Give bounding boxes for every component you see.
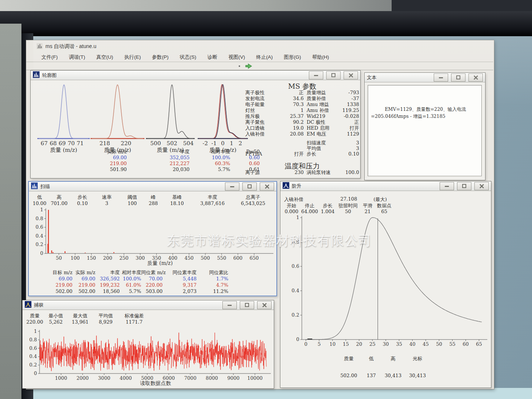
col-header: 丰度 bbox=[95, 270, 120, 276]
svg-text:50: 50 bbox=[436, 341, 442, 347]
ion-source-row: 离子源 230 涡轮泵转速 100.0 bbox=[245, 170, 359, 175]
close-button[interactable] bbox=[257, 301, 272, 309]
table-cell: 212,227 bbox=[127, 161, 190, 167]
svg-text:35: 35 bbox=[396, 341, 402, 347]
maximize-button[interactable] bbox=[457, 182, 471, 190]
param-label: DC 极性 bbox=[304, 119, 338, 125]
param-label: 推斥极 bbox=[245, 113, 287, 119]
capture-titlebar[interactable]: 捕获 bbox=[23, 300, 274, 310]
svg-text:0.6: 0.6 bbox=[291, 263, 299, 269]
col-header: 同位素 m/z bbox=[141, 270, 163, 276]
col-header: 阈值 bbox=[119, 194, 146, 201]
svg-text:1: 1 bbox=[230, 140, 233, 147]
table-cell: 100.0% bbox=[120, 276, 141, 282]
minimize-button[interactable] bbox=[440, 182, 454, 190]
col-header: 光标 bbox=[405, 356, 430, 363]
svg-text:50: 50 bbox=[56, 255, 62, 261]
param-value: 25.37 bbox=[287, 113, 304, 119]
stat-value: 701.00 bbox=[48, 201, 70, 207]
param-value: 19.0 bbox=[287, 125, 304, 131]
col-header: 数据点 bbox=[375, 203, 393, 209]
param-value: 1 bbox=[287, 108, 304, 113]
table-cell: 61.0% bbox=[120, 282, 141, 289]
col-header: 实际 m/z bbox=[86, 149, 127, 155]
stat-value: 137 bbox=[362, 373, 381, 380]
svg-text:200: 200 bbox=[103, 255, 112, 261]
svg-text:0.8: 0.8 bbox=[35, 216, 43, 221]
col-header: 实际 m/z bbox=[72, 270, 95, 276]
col-header: 相对丰度 bbox=[120, 270, 141, 276]
monitor-bezel-top bbox=[0, 11, 532, 37]
window-buttons bbox=[222, 301, 272, 309]
svg-text:40: 40 bbox=[409, 341, 416, 347]
svg-text:71: 71 bbox=[77, 140, 84, 147]
svg-text:0.4: 0.4 bbox=[35, 233, 43, 239]
table-cell: 219.00 bbox=[72, 282, 95, 289]
col-header: 相对丰度 bbox=[190, 149, 230, 155]
param-value bbox=[287, 140, 304, 146]
param-label bbox=[245, 146, 287, 151]
table-cell: 20,030 bbox=[127, 167, 190, 173]
scan-titlebar[interactable]: 扫描 bbox=[29, 182, 276, 191]
param-value: 119.25 bbox=[338, 108, 359, 113]
col-header: 基峰 bbox=[161, 194, 193, 201]
svg-text:7000: 7000 bbox=[184, 375, 197, 381]
param-value: 正 bbox=[338, 119, 359, 125]
ramp-param-value: 27.108 bbox=[336, 196, 362, 202]
param-value: 0.000 bbox=[283, 209, 300, 215]
table-cell: 11.2% bbox=[197, 289, 228, 295]
table-cell: 503.00 bbox=[141, 289, 163, 295]
svg-text:1: 1 bbox=[296, 215, 299, 220]
param-label: Amu 补偿 bbox=[304, 108, 338, 113]
col-header: 步长 bbox=[320, 203, 336, 209]
col-header: 最小值 bbox=[44, 313, 68, 319]
col-header: 平均值 bbox=[93, 313, 119, 319]
table-cell: 69.00 bbox=[42, 276, 72, 282]
svg-text:550: 550 bbox=[217, 255, 226, 261]
window-title: 捕获 bbox=[34, 302, 44, 308]
svg-text:504: 504 bbox=[183, 140, 194, 147]
table-cell: 502.00 bbox=[42, 289, 72, 295]
col-header: 低 bbox=[362, 356, 381, 363]
svg-text:65: 65 bbox=[476, 341, 482, 347]
minimize-button[interactable] bbox=[225, 183, 239, 191]
col-header: 步长 bbox=[70, 194, 95, 201]
table-cell: 326,592 bbox=[95, 276, 120, 282]
ramp-param-label: 入镜补偿 bbox=[284, 196, 303, 203]
svg-text:0.2: 0.2 bbox=[35, 242, 43, 247]
stat-value: 3,887,616 bbox=[193, 201, 232, 207]
svg-text:220: 220 bbox=[121, 140, 132, 147]
svg-text:2000: 2000 bbox=[76, 375, 89, 381]
table-cell: 70.00 bbox=[141, 276, 163, 282]
table-cell: 199,232 bbox=[95, 282, 120, 289]
param-label: Wid219 bbox=[304, 113, 338, 119]
svg-text:10000: 10000 bbox=[247, 375, 262, 381]
table-cell: 2,073 bbox=[163, 289, 197, 295]
param-value: 20.08 bbox=[287, 131, 304, 137]
window-buttons bbox=[225, 183, 274, 191]
maximize-button[interactable] bbox=[242, 183, 257, 191]
close-button[interactable] bbox=[260, 183, 274, 191]
close-button[interactable] bbox=[474, 182, 489, 190]
svg-text:150: 150 bbox=[87, 255, 96, 261]
scan-settings-table: 扫描速度3 平均值3 PFTBA打开步长0.10 bbox=[245, 140, 359, 157]
maximize-button[interactable] bbox=[240, 301, 254, 309]
param-value: 65 bbox=[375, 209, 393, 215]
svg-text:1: 1 bbox=[34, 329, 37, 334]
svg-text:500: 500 bbox=[150, 140, 161, 147]
svg-text:500: 500 bbox=[201, 255, 210, 261]
table-cell: 60.3% bbox=[190, 161, 230, 167]
svg-text:55: 55 bbox=[449, 341, 456, 347]
col-header: 平滑 bbox=[360, 203, 375, 209]
ramp-titlebar[interactable]: 阶升 bbox=[280, 181, 491, 191]
svg-text:69: 69 bbox=[59, 140, 66, 147]
ramp-bottom-table: 质量 低 高 光标 502.00 137 30,413 30,413 bbox=[336, 356, 430, 380]
table-cell: 5.7% bbox=[190, 167, 230, 173]
wall-left bbox=[0, 24, 21, 399]
param-value: 1129 bbox=[338, 131, 359, 137]
param-value: 21 bbox=[360, 209, 375, 215]
svg-text:-2: -2 bbox=[202, 140, 208, 147]
stat-value: 5,262 bbox=[44, 319, 68, 325]
minimize-button[interactable] bbox=[222, 301, 237, 309]
param-label: HED 启用 bbox=[304, 125, 338, 131]
